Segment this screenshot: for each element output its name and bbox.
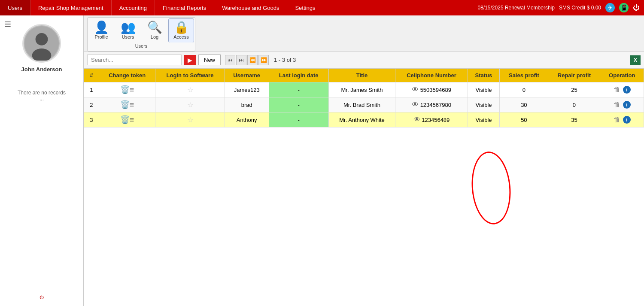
- eye-icon[interactable]: 👁: [413, 116, 420, 123]
- table-row: 1 🗑️≡ ☆ James123 - Mr. James Smith 👁 550…: [84, 82, 644, 97]
- cell-cellphone: 👁 123456489: [395, 112, 468, 127]
- nav-accounting[interactable]: Accounting: [112, 0, 155, 15]
- main-layout: John Anderson There are no records ... ⏻…: [0, 15, 644, 306]
- cell-token: 🗑️≡: [99, 97, 155, 112]
- users-panel: ▶ New ⏮ ⏭ ⏪ ⏩ 1 - 3 of 3 X # Change: [84, 52, 644, 306]
- cell-title: Mr. Anthony White: [328, 112, 395, 127]
- users-label: Users: [122, 34, 134, 39]
- search-input[interactable]: [87, 55, 182, 65]
- info-icon[interactable]: i: [623, 116, 631, 124]
- top-navigation: Users Repair Shop Management Accounting …: [0, 0, 644, 15]
- power-button-sidebar[interactable]: ⏻: [39, 295, 44, 300]
- record-count: 1 - 3 of 3: [274, 57, 296, 63]
- star-icon[interactable]: ☆: [187, 101, 193, 109]
- nav-users[interactable]: Users: [0, 0, 30, 15]
- cell-last-login: -: [269, 97, 328, 112]
- star-icon[interactable]: ☆: [187, 116, 193, 124]
- toolbar-users-section: 👤 Profile 👥 Users 🔍 Log 🔒 Access: [87, 17, 195, 52]
- info-icon[interactable]: i: [623, 86, 631, 94]
- toolbar-users-button[interactable]: 👥 Users: [115, 18, 141, 42]
- cell-last-login: -: [269, 112, 328, 127]
- cell-status: Visible: [468, 112, 500, 127]
- token-icon[interactable]: 🗑️≡: [120, 85, 134, 94]
- whatsapp-icon[interactable]: 📱: [619, 3, 629, 12]
- cell-operation: 🗑 i: [600, 97, 644, 112]
- cell-username: James123: [225, 82, 269, 97]
- eye-icon[interactable]: 👁: [412, 86, 419, 93]
- toolbar-section-label: Users: [88, 42, 194, 50]
- col-cellphone: Cellphone Number: [395, 69, 468, 82]
- cell-last-login: -: [269, 82, 328, 97]
- users-table: # Change token Login to Software Usernam…: [84, 68, 644, 127]
- table-container: # Change token Login to Software Usernam…: [84, 68, 644, 306]
- search-bar: ▶ New ⏮ ⏭ ⏪ ⏩ 1 - 3 of 3 X: [84, 52, 644, 68]
- table-row: 3 🗑️≡ ☆ Anthony - Mr. Anthony White 👁 12…: [84, 112, 644, 127]
- col-operation: Operation: [600, 69, 644, 82]
- power-icon-top[interactable]: ⏻: [633, 4, 640, 12]
- col-repair-profit: Repair profit: [548, 69, 600, 82]
- prev-page-button[interactable]: ⏪: [247, 55, 258, 65]
- star-icon[interactable]: ☆: [187, 86, 193, 94]
- toolbar-log-button[interactable]: 🔍 Log: [142, 18, 167, 42]
- toolbar: 👤 Profile 👥 Users 🔍 Log 🔒 Access: [84, 15, 644, 52]
- content-area: 👤 Profile 👥 Users 🔍 Log 🔒 Access: [84, 15, 644, 306]
- token-icon[interactable]: 🗑️≡: [120, 100, 134, 109]
- token-icon[interactable]: 🗑️≡: [120, 115, 134, 124]
- cell-sales-profit: 30: [500, 97, 548, 112]
- red-circle-annotation: [469, 150, 513, 226]
- col-last-login: Last login date: [269, 69, 328, 82]
- renewal-text: 08/15/2025 Renewal Membership: [478, 5, 555, 11]
- nav-repair-shop[interactable]: Repair Shop Management: [30, 0, 112, 15]
- profile-label: Profile: [94, 34, 108, 39]
- cell-status: Visible: [468, 97, 500, 112]
- toolbar-buttons-row: 👤 Profile 👥 Users 🔍 Log 🔒 Access: [88, 18, 194, 42]
- toolbar-access-button[interactable]: 🔒 Access: [168, 18, 194, 42]
- cell-num: 1: [84, 82, 99, 97]
- cell-repair-profit: 25: [548, 82, 600, 97]
- avatar: [22, 24, 61, 63]
- info-icon[interactable]: i: [623, 101, 631, 109]
- delete-icon[interactable]: 🗑: [614, 86, 620, 94]
- nav-warehouse[interactable]: Warehouse and Goods: [214, 0, 287, 15]
- nav-settings[interactable]: Settings: [287, 0, 323, 15]
- sms-credit-text: SMS Credit $ 0.00: [559, 5, 601, 11]
- pagination-buttons: ⏮ ⏭ ⏪ ⏩: [225, 55, 269, 65]
- log-icon: 🔍: [147, 21, 162, 33]
- col-change-token: Change token: [99, 69, 155, 82]
- col-login: Login to Software: [155, 69, 225, 82]
- cell-username: brad: [225, 97, 269, 112]
- delete-icon[interactable]: 🗑: [614, 116, 620, 124]
- col-title: Title: [328, 69, 395, 82]
- eye-icon[interactable]: 👁: [412, 101, 419, 108]
- access-label: Access: [173, 34, 188, 39]
- toolbar-profile-button[interactable]: 👤 Profile: [88, 18, 114, 42]
- cell-token: 🗑️≡: [99, 82, 155, 97]
- log-label: Log: [151, 34, 158, 39]
- table-header-row: # Change token Login to Software Usernam…: [84, 69, 644, 82]
- nav-financial-reports[interactable]: Financial Reports: [155, 0, 214, 15]
- cell-login: ☆: [155, 82, 225, 97]
- profile-icon: 👤: [94, 21, 109, 33]
- cell-sales-profit: 0: [500, 82, 548, 97]
- new-button[interactable]: New: [198, 55, 221, 65]
- col-status: Status: [468, 69, 500, 82]
- svg-point-1: [36, 33, 48, 45]
- last-page-button[interactable]: ⏩: [258, 55, 269, 65]
- cell-repair-profit: 0: [548, 97, 600, 112]
- search-button[interactable]: ▶: [184, 55, 196, 65]
- cell-title: Mr. James Smith: [328, 82, 395, 97]
- cell-operation: 🗑 i: [600, 112, 644, 127]
- cell-title: Mr. Brad Smith: [328, 97, 395, 112]
- delete-icon[interactable]: 🗑: [614, 101, 620, 109]
- next-page-button[interactable]: ⏭: [236, 55, 246, 65]
- first-page-button[interactable]: ⏮: [225, 55, 235, 65]
- col-username: Username: [225, 69, 269, 82]
- no-records-text: There are no records ...: [18, 90, 66, 102]
- telegram-icon[interactable]: ✈: [605, 3, 615, 12]
- cell-status: Visible: [468, 82, 500, 97]
- excel-export-button[interactable]: X: [630, 55, 641, 65]
- cell-num: 3: [84, 112, 99, 127]
- user-name: John Anderson: [21, 66, 62, 73]
- cell-operation: 🗑 i: [600, 82, 644, 97]
- hamburger-menu[interactable]: ☰: [4, 20, 11, 29]
